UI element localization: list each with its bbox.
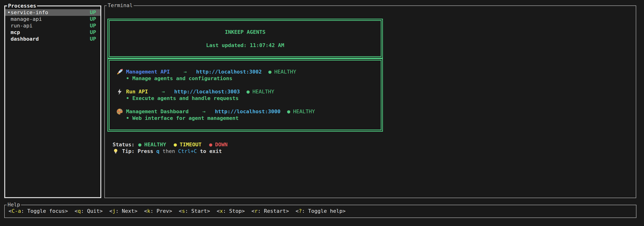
service-entry: Management API→http://localhost:3002●HEA… <box>116 69 381 82</box>
shortcut-action: : Restart> <box>258 208 289 214</box>
status-legend: Status: ●HEALTHY●TIMEOUT●DOWN <box>112 141 636 148</box>
agents-title: INKEEP AGENTS <box>110 29 381 36</box>
processes-panel: Processes •service-infoUPmanage-apiUPrun… <box>4 6 101 198</box>
shortcut-open-bracket: < <box>179 208 182 214</box>
health-dot-icon: ● <box>246 88 250 95</box>
tip-segment: Press <box>138 148 153 154</box>
help-shortcut: <C-a: Toggle focus> <box>8 208 68 214</box>
process-list: •service-infoUPmanage-apiUPrun-apiUPmcpU… <box>5 7 100 42</box>
tip-segment: q <box>156 148 159 154</box>
service-url[interactable]: http://localhost:3000 <box>215 108 280 115</box>
process-row[interactable]: run-apiUP <box>5 23 100 29</box>
process-status-badge: UP <box>90 29 96 36</box>
process-row[interactable]: •service-infoUP <box>5 9 100 16</box>
shortcut-key: ? <box>299 208 302 214</box>
shortcut-open-bracket: < <box>252 208 254 214</box>
terminal-panel-title: Terminal <box>107 2 134 9</box>
shortcut-open-bracket: < <box>144 208 147 214</box>
legend-item: ●HEALTHY <box>138 141 166 148</box>
health-status: HEALTHY <box>252 88 274 95</box>
help-shortcut: <r: Restart> <box>252 208 289 214</box>
service-line: Run API→http://localhost:3003●HEALTHY <box>116 88 381 95</box>
help-panel: Help <C-a: Toggle focus><q: Quit><j: Nex… <box>4 205 636 218</box>
shortcut-action: : Prev> <box>150 208 172 214</box>
process-name: dashboard <box>10 36 90 42</box>
service-description: • Manage agents and configurations <box>116 75 381 82</box>
arrow-icon: → <box>202 108 206 115</box>
process-status-badge: UP <box>90 23 96 29</box>
tip-segment: to exit <box>200 148 222 154</box>
rocket-icon <box>116 68 126 75</box>
shortcut-action: : Stop> <box>223 208 245 214</box>
health-status: HEALTHY <box>293 108 315 115</box>
process-row[interactable]: dashboardUP <box>5 36 100 42</box>
tip-text: Tip:PressqthenCtrl+Cto exit <box>122 148 225 155</box>
help-shortcuts: <C-a: Toggle focus><q: Quit><j: Next><k:… <box>5 205 636 217</box>
shortcut-key: k <box>147 208 150 214</box>
service-entry: Management Dashboard→http://localhost:30… <box>116 108 381 122</box>
process-row[interactable]: mcpUP <box>5 29 100 36</box>
legend-item: ●TIMEOUT <box>174 141 202 148</box>
process-name: run-api <box>10 23 90 29</box>
service-name: Run API <box>126 88 148 95</box>
help-shortcut: <x: Stop> <box>217 208 245 214</box>
help-shortcut: <?: Toggle help> <box>296 208 346 214</box>
arrow-icon: → <box>162 88 165 95</box>
help-shortcut: <s: Start> <box>179 208 210 214</box>
shortcut-key: x <box>220 208 223 214</box>
shortcut-action: : Quit> <box>81 208 103 214</box>
health-dot-icon: ● <box>287 108 290 115</box>
service-url[interactable]: http://localhost:3003 <box>174 88 240 95</box>
service-line: Management API→http://localhost:3002●HEA… <box>116 69 381 75</box>
shortcut-open-bracket: < <box>109 208 112 214</box>
tip-segment: Ctrl+C <box>178 148 197 154</box>
help-shortcut: <q: Quit> <box>74 208 103 214</box>
service-name: Management API <box>126 69 170 75</box>
legend-item-label: TIMEOUT <box>180 141 202 148</box>
shortcut-key: s <box>182 208 185 214</box>
terminal-panel: Terminal INKEEP AGENTS Last updated: 11:… <box>104 6 636 198</box>
health-status: HEALTHY <box>274 69 296 75</box>
shortcut-key: q <box>78 208 81 214</box>
process-status-badge: UP <box>90 16 96 23</box>
last-updated-text: Last updated: 11:07:42 AM <box>110 42 381 49</box>
service-description: • Execute agents and handle requests <box>116 95 381 102</box>
selected-indicator: • <box>7 9 10 16</box>
legend-item: ●DOWN <box>209 141 228 148</box>
service-url[interactable]: http://localhost:3002 <box>196 69 262 75</box>
health-dot-icon: ● <box>268 69 272 75</box>
shortcut-action: : Toggle focus> <box>21 208 68 214</box>
process-name: mcp <box>10 29 90 36</box>
shortcut-action: : Toggle help> <box>302 208 345 214</box>
process-name: service-info <box>10 9 90 16</box>
shortcut-open-bracket: < <box>217 208 220 214</box>
status-legend-items: ●HEALTHY●TIMEOUT●DOWN <box>138 141 235 148</box>
lightning-icon <box>116 88 126 95</box>
process-status-badge: UP <box>90 9 96 16</box>
processes-panel-title: Processes <box>7 3 37 9</box>
legend-item-label: DOWN <box>215 141 228 148</box>
shortcut-open-bracket: < <box>8 208 12 214</box>
status-dot-icon: ● <box>174 141 177 148</box>
tip-segment: Tip: <box>122 148 134 154</box>
palette-icon <box>116 108 126 115</box>
shortcut-key: j <box>112 208 116 214</box>
service-name: Management Dashboard <box>126 108 188 115</box>
status-dot-icon: ● <box>209 141 212 148</box>
arrow-icon: → <box>184 69 186 75</box>
service-description: • Web interface for agent management <box>116 115 381 122</box>
shortcut-key: C-a <box>12 208 21 214</box>
shortcut-open-bracket: < <box>296 208 299 214</box>
service-entry: Run API→http://localhost:3003●HEALTHY• E… <box>116 88 381 102</box>
help-panel-title: Help <box>6 201 21 208</box>
help-shortcut: <k: Prev> <box>144 208 172 214</box>
shortcut-action: : Start> <box>185 208 210 214</box>
process-row[interactable]: manage-apiUP <box>5 16 100 23</box>
status-dot-icon: ● <box>138 141 142 148</box>
help-shortcut: <j: Next> <box>109 208 138 214</box>
tip-segment: then <box>162 148 175 154</box>
shortcut-action: : Next> <box>116 208 138 214</box>
legend-item-label: HEALTHY <box>144 141 166 148</box>
services-box: Management API→http://localhost:3002●HEA… <box>108 58 383 132</box>
shortcut-key: r <box>254 208 258 214</box>
